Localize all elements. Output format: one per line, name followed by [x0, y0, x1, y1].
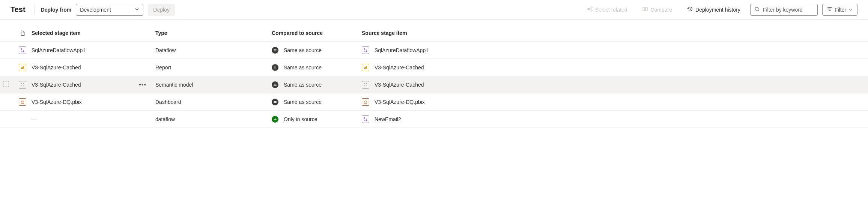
source-item-name: NewEmail2	[375, 116, 401, 122]
svg-point-27	[366, 120, 367, 121]
svg-point-19	[23, 86, 24, 86]
source-item-name: V3-SqlAzure-DQ.pbix	[375, 99, 425, 105]
compare-icon	[642, 6, 648, 13]
table-row[interactable]: V3-SqlAzure-Cached ••• Semantic model Sa…	[0, 76, 868, 93]
deployment-history-button[interactable]: Deployment history	[682, 4, 746, 16]
semantic-icon	[19, 81, 26, 88]
svg-rect-13	[364, 68, 365, 69]
select-related-button[interactable]: Select related	[582, 4, 633, 16]
item-type: Semantic model	[155, 82, 272, 88]
filter-icon	[827, 6, 832, 13]
semantic-icon	[362, 81, 369, 88]
deploy-from-label: Deploy from	[41, 7, 72, 13]
compare-text: Same as source	[284, 99, 322, 105]
toolbar: Test Deploy from Development Deploy Sele…	[0, 0, 868, 20]
item-name: V3-SqlAzure-Cached	[32, 82, 81, 88]
stage-title: Test	[11, 5, 26, 14]
dataflow-icon	[19, 46, 26, 54]
svg-rect-15	[366, 66, 367, 69]
compare-button[interactable]: Compare	[637, 4, 677, 16]
search-icon	[754, 6, 760, 13]
svg-point-26	[364, 117, 365, 118]
compare-text: Same as source	[284, 82, 322, 88]
chevron-down-icon	[848, 7, 853, 13]
equal-icon	[272, 99, 278, 105]
table-header: Selected stage item Type Compared to sou…	[0, 30, 868, 42]
divider	[35, 5, 35, 14]
svg-point-17	[23, 83, 24, 84]
filter-keyword-input[interactable]	[763, 7, 812, 13]
chevron-down-icon	[135, 7, 139, 13]
svg-point-7	[23, 51, 24, 52]
item-name: SqlAzureDataflowApp1	[32, 47, 86, 53]
item-type: Dashboard	[155, 99, 272, 105]
dashboard-icon	[19, 98, 26, 106]
equal-icon	[272, 64, 278, 71]
svg-point-23	[366, 86, 367, 86]
svg-point-0	[588, 8, 589, 10]
filter-button[interactable]: Filter	[822, 4, 857, 16]
item-type: dataflow	[155, 116, 272, 122]
row-checkbox[interactable]	[3, 81, 9, 87]
svg-rect-4	[645, 7, 647, 11]
select-related-icon	[587, 6, 593, 13]
dataflow-icon	[362, 116, 369, 123]
svg-point-22	[364, 86, 365, 86]
deploy-from-value: Development	[80, 7, 111, 13]
svg-point-1	[591, 7, 592, 8]
svg-point-6	[21, 48, 22, 49]
source-item-name: V3-SqlAzure-Cached	[375, 82, 424, 88]
plus-icon	[272, 116, 278, 123]
svg-rect-12	[23, 66, 24, 69]
svg-point-20	[364, 83, 365, 84]
more-options-icon[interactable]: •••	[139, 81, 146, 88]
table-row[interactable]: V3-SqlAzure-DQ.pbix ••• Dashboard Same a…	[0, 93, 868, 111]
svg-rect-3	[643, 7, 645, 11]
item-name: V3-SqlAzure-Cached	[32, 64, 81, 70]
compare-text: Only in source	[284, 116, 317, 122]
table-row[interactable]: — ••• dataflow Only in source NewEmail2	[0, 111, 868, 128]
item-name: —	[32, 116, 37, 122]
col-source-header: Source stage item	[362, 30, 868, 36]
col-type-header: Type	[155, 30, 272, 36]
dashboard-icon	[362, 98, 369, 106]
equal-icon	[272, 47, 278, 54]
svg-point-5	[755, 7, 758, 10]
col-compared-header: Compared to source	[272, 30, 362, 36]
svg-point-16	[21, 83, 22, 84]
source-item-name: V3-SqlAzure-Cached	[375, 64, 424, 70]
report-icon	[362, 64, 369, 71]
svg-point-8	[364, 48, 365, 49]
history-icon	[687, 6, 693, 13]
svg-point-18	[21, 86, 22, 86]
compare-text: Same as source	[284, 47, 322, 53]
file-icon	[14, 30, 32, 36]
filter-keyword-search[interactable]	[750, 4, 818, 16]
svg-rect-10	[21, 68, 22, 69]
items-table: Selected stage item Type Compared to sou…	[0, 20, 868, 128]
item-name: V3-SqlAzure-DQ.pbix	[32, 99, 82, 105]
source-item-name: SqlAzureDataflowApp1	[375, 47, 429, 53]
svg-point-9	[366, 51, 367, 52]
item-type: Report	[155, 64, 272, 70]
svg-rect-14	[365, 66, 366, 69]
svg-point-21	[366, 83, 367, 84]
dataflow-icon	[362, 46, 369, 54]
deploy-button[interactable]: Deploy	[148, 4, 175, 16]
table-row[interactable]: SqlAzureDataflowApp1 ••• Dataflow Same a…	[0, 42, 868, 59]
svg-rect-11	[22, 66, 23, 69]
item-type: Dataflow	[155, 47, 272, 53]
svg-point-2	[591, 10, 592, 11]
equal-icon	[272, 81, 278, 88]
table-row[interactable]: V3-SqlAzure-Cached ••• Report Same as so…	[0, 59, 868, 76]
col-selected-header: Selected stage item	[32, 30, 155, 36]
deploy-from-dropdown[interactable]: Development	[76, 4, 143, 16]
report-icon	[19, 64, 26, 71]
compare-text: Same as source	[284, 64, 322, 70]
